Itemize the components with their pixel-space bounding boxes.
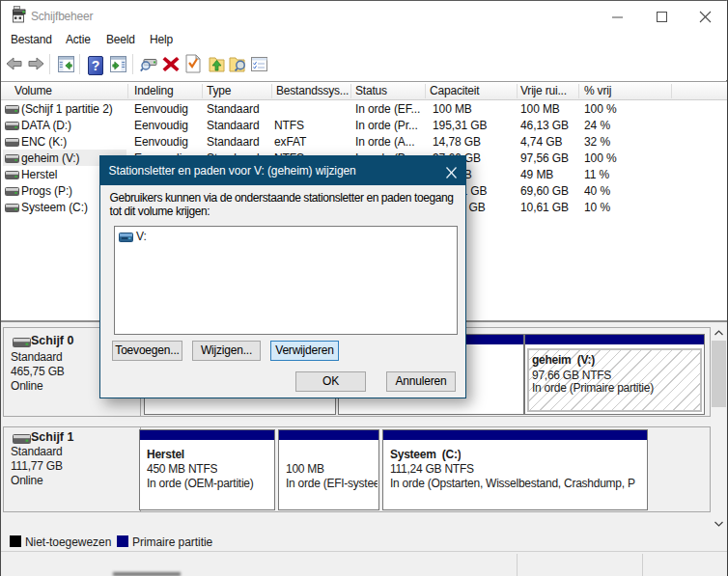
svg-text:?: ? (92, 58, 100, 73)
